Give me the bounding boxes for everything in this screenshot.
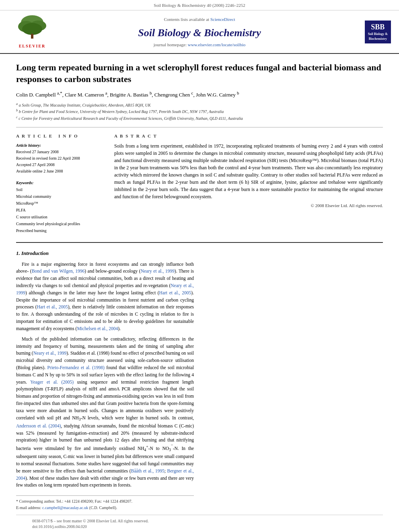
author-bastias: Brigitte A. Bastias b,	[110, 92, 154, 98]
abstract-label: A B S T R A C T	[114, 133, 383, 139]
revised-date: Received in revised form 22 April 2008	[16, 155, 105, 162]
author-chen: Chengrong Chen c,	[154, 92, 196, 98]
keyword-4: PLFA	[16, 207, 105, 214]
header-center: Contents lists available at ScienceDirec…	[56, 16, 343, 48]
sciencedirect-link[interactable]: Contents lists available at ScienceDirec…	[56, 16, 343, 23]
keywords-section: Keywords: Soil Microbial community Micro…	[16, 179, 105, 234]
sdirect-text: Contents lists available at	[164, 17, 210, 22]
copyright-line: © 2008 Elsevier Ltd. All rights reserved…	[114, 203, 383, 209]
author-cameron: Clare M. Cameron a,	[65, 92, 110, 98]
article-info-col: A R T I C L E I N F O Article history: R…	[16, 133, 105, 234]
article-history: Article history: Received 27 January 200…	[16, 142, 105, 175]
authors-line: Colin D. Campbell a,*, Clare M. Cameron …	[16, 90, 383, 99]
affiliation-b: b b Centre for Plant and Food Science, U…	[16, 108, 383, 115]
keyword-2: Microbial community	[16, 193, 105, 200]
ref-hart2[interactable]: Hart et al., 2005	[37, 304, 68, 309]
keywords-list: Soil Microbial community MicroResp™ PLFA…	[16, 186, 105, 234]
top-bar: Soil Biology & Biochemistry 40 (2008) 22…	[0, 0, 399, 10]
email-suffix: (C.D. Campbell).	[89, 505, 117, 510]
ref-bond[interactable]: Bond and van Wilgen, 1996	[32, 269, 85, 273]
keyword-7: Prescribed burning	[16, 227, 105, 234]
article-title: Long term repeated burning in a wet scle…	[16, 62, 383, 85]
affiliation-c: c c Centre for Forestry and Horticultura…	[16, 115, 383, 121]
elsevier-tree-icon	[14, 14, 50, 43]
affiliations: a a Soils Group, The Macaulay Institute,…	[16, 102, 383, 121]
ref-yeager[interactable]: Yeager et al. (2005)	[30, 380, 74, 384]
keyword-3: MicroResp™	[16, 200, 105, 207]
email-link[interactable]: c.campbell@macaulay.ac.uk	[42, 505, 88, 510]
email-note: E-mail address: c.campbell@macaulay.ac.u…	[16, 505, 194, 511]
intro-heading: 1. Introduction	[16, 249, 194, 257]
ref-michelsen[interactable]: Michelsen et al., 2004	[77, 326, 118, 331]
body-divider	[16, 242, 383, 243]
title-divider	[16, 127, 383, 127]
journal-homepage: journal homepage: www.elsevier.com/locat…	[56, 42, 343, 48]
info-abstract-section: A R T I C L E I N F O Article history: R…	[16, 133, 383, 234]
abstract-text: Soils from a long term experiment, estab…	[114, 142, 383, 200]
svg-point-4	[22, 23, 42, 35]
author-cairney: John W.G. Cairney b	[196, 92, 239, 98]
svg-rect-5	[31, 34, 33, 39]
header-section: ELSEVIER Contents lists available at Sci…	[0, 10, 399, 54]
body-col-right	[205, 249, 383, 511]
ref-andersson[interactable]: Andersson et al. (2004)	[16, 423, 61, 428]
homepage-label: journal homepage:	[154, 42, 187, 47]
abstract-col: A B S T R A C T Soils from a long term e…	[114, 133, 383, 234]
footer-doi: doi:10.1016/j.soilbio.2008.04.020	[32, 524, 367, 530]
footer-bar: 0038-0717/$ – see front matter © 2008 El…	[16, 515, 383, 531]
logo-initials: SBB	[368, 23, 388, 32]
elsevier-text: ELSEVIER	[19, 43, 46, 49]
ref-neary1[interactable]: Neary et al., 1999	[141, 269, 175, 273]
ref-hart1[interactable]: Hart et al., 2005	[159, 290, 191, 295]
available-date: Available online 2 June 2008	[16, 168, 105, 175]
footnote-section: * Corresponding author. Tel.: +44 1224 4…	[16, 495, 194, 511]
ref-prieto[interactable]: Prieto-Fernandez et al. (1998)	[47, 365, 104, 370]
journal-logo: SBB Soil Biology &Biochemistry	[343, 21, 391, 43]
keyword-6: Community level physiological profiles	[16, 220, 105, 227]
keywords-heading: Keywords:	[16, 179, 105, 186]
keyword-5: C source utilisation	[16, 214, 105, 220]
journal-reference: Soil Biology & Biochemistry 40 (2008) 22…	[154, 3, 245, 8]
main-content: Long term repeated burning in a wet scle…	[0, 54, 399, 532]
ref-bergner[interactable]: Bergner et al., 2004	[16, 468, 194, 481]
received-date: Received 27 January 2008	[16, 149, 105, 155]
homepage-url[interactable]: www.elsevier.com/locate/soilbio	[188, 42, 245, 47]
logo-subtitle: Soil Biology &Biochemistry	[368, 32, 388, 41]
sciencedirect-anchor[interactable]: ScienceDirect	[210, 17, 235, 22]
body-col-left: 1. Introduction Fire is a major engineer…	[16, 249, 194, 511]
history-heading: Article history:	[16, 142, 105, 149]
intro-para-1: Fire is a major engineering force in for…	[16, 261, 194, 333]
journal-title-header: Soil Biology & Biochemistry	[56, 26, 343, 40]
intro-para-2: Much of the published information can be…	[16, 336, 194, 489]
journal-logo-box: SBB Soil Biology &Biochemistry	[365, 21, 391, 43]
corresponding-note: * Corresponding author. Tel.: +44 1224 4…	[16, 498, 194, 505]
keyword-1: Soil	[16, 186, 105, 193]
affiliation-a: a a Soils Group, The Macaulay Institute,…	[16, 102, 383, 108]
ref-neary3[interactable]: Neary et al., 1999	[33, 351, 67, 355]
author-campbell: Colin D. Campbell a,*,	[16, 92, 65, 98]
body-section: 1. Introduction Fire is a major engineer…	[16, 249, 383, 511]
footer-issn: 0038-0717/$ – see front matter © 2008 El…	[32, 518, 367, 524]
elsevier-logo: ELSEVIER	[8, 14, 56, 49]
accepted-date: Accepted 27 April 2008	[16, 162, 105, 168]
email-label: E-mail address:	[16, 505, 41, 510]
article-info-label: A R T I C L E I N F O	[16, 133, 105, 139]
ref-baath[interactable]: Bååth et al., 1995	[131, 468, 165, 473]
